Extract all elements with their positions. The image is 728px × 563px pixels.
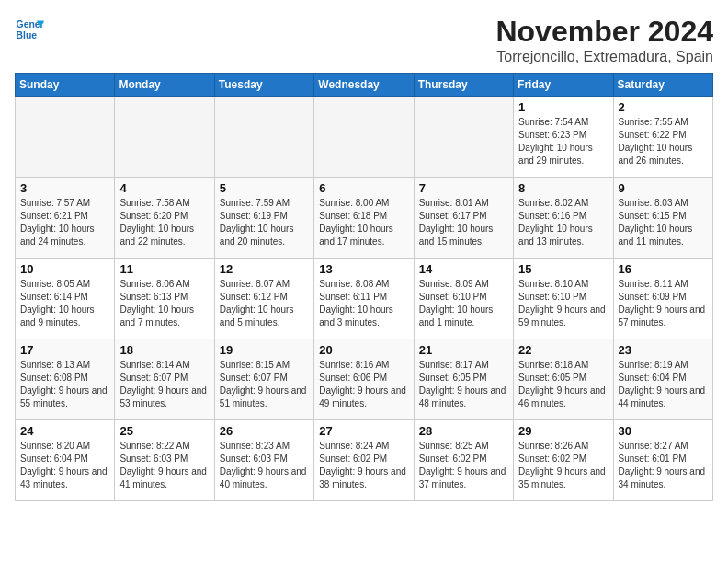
day-number: 9: [619, 181, 708, 195]
calendar-week-5: 24Sunrise: 8:20 AM Sunset: 6:04 PM Dayli…: [16, 420, 713, 501]
calendar-cell: 5Sunrise: 7:59 AM Sunset: 6:19 PM Daylig…: [214, 178, 313, 259]
calendar-cell: 22Sunrise: 8:18 AM Sunset: 6:05 PM Dayli…: [514, 339, 613, 420]
day-info: Sunrise: 8:13 AM Sunset: 6:08 PM Dayligh…: [20, 359, 109, 410]
calendar-cell: 6Sunrise: 8:00 AM Sunset: 6:18 PM Daylig…: [314, 178, 414, 259]
calendar-cell: 25Sunrise: 8:22 AM Sunset: 6:03 PM Dayli…: [115, 420, 214, 501]
day-info: Sunrise: 8:27 AM Sunset: 6:01 PM Dayligh…: [619, 440, 708, 491]
calendar-cell: 17Sunrise: 8:13 AM Sunset: 6:08 PM Dayli…: [16, 339, 115, 420]
calendar-cell: 4Sunrise: 7:58 AM Sunset: 6:20 PM Daylig…: [115, 178, 214, 259]
logo-icon: General Blue: [15, 15, 44, 44]
calendar-table: SundayMondayTuesdayWednesdayThursdayFrid…: [15, 73, 713, 501]
day-number: 5: [220, 181, 309, 195]
day-number: 29: [518, 424, 608, 438]
day-number: 22: [518, 343, 608, 357]
day-info: Sunrise: 8:06 AM Sunset: 6:13 PM Dayligh…: [119, 278, 209, 329]
calendar-cell: [214, 97, 313, 178]
day-number: 1: [518, 100, 608, 114]
logo: General Blue: [15, 15, 44, 44]
calendar-cell: [115, 97, 214, 178]
day-number: 6: [319, 181, 408, 195]
day-number: 19: [220, 343, 309, 357]
calendar-header-wednesday: Wednesday: [314, 74, 414, 97]
calendar-header-row: SundayMondayTuesdayWednesdayThursdayFrid…: [16, 74, 713, 97]
day-info: Sunrise: 8:26 AM Sunset: 6:02 PM Dayligh…: [518, 440, 608, 491]
calendar-header-friday: Friday: [514, 74, 613, 97]
location-title: Torrejoncillo, Extremadura, Spain: [495, 49, 713, 65]
month-title: November 2024: [495, 15, 713, 49]
day-info: Sunrise: 8:24 AM Sunset: 6:02 PM Dayligh…: [319, 440, 408, 491]
day-number: 25: [119, 424, 209, 438]
day-info: Sunrise: 8:23 AM Sunset: 6:03 PM Dayligh…: [220, 440, 309, 491]
day-number: 11: [119, 262, 209, 276]
day-info: Sunrise: 8:15 AM Sunset: 6:07 PM Dayligh…: [220, 359, 309, 410]
day-number: 28: [419, 424, 508, 438]
day-number: 12: [220, 262, 309, 276]
day-number: 26: [220, 424, 309, 438]
calendar-header-thursday: Thursday: [414, 74, 513, 97]
day-info: Sunrise: 8:00 AM Sunset: 6:18 PM Dayligh…: [319, 197, 408, 248]
calendar-cell: 9Sunrise: 8:03 AM Sunset: 6:15 PM Daylig…: [613, 178, 712, 259]
calendar-cell: 29Sunrise: 8:26 AM Sunset: 6:02 PM Dayli…: [514, 420, 613, 501]
day-info: Sunrise: 7:55 AM Sunset: 6:22 PM Dayligh…: [619, 116, 708, 167]
day-number: 15: [518, 262, 608, 276]
day-info: Sunrise: 8:22 AM Sunset: 6:03 PM Dayligh…: [119, 440, 209, 491]
day-info: Sunrise: 8:11 AM Sunset: 6:09 PM Dayligh…: [619, 278, 708, 329]
calendar-week-1: 1Sunrise: 7:54 AM Sunset: 6:23 PM Daylig…: [16, 97, 713, 178]
day-number: 13: [319, 262, 408, 276]
calendar-cell: 11Sunrise: 8:06 AM Sunset: 6:13 PM Dayli…: [115, 259, 214, 339]
day-number: 2: [619, 100, 708, 114]
calendar-cell: 14Sunrise: 8:09 AM Sunset: 6:10 PM Dayli…: [414, 259, 513, 339]
day-info: Sunrise: 7:54 AM Sunset: 6:23 PM Dayligh…: [518, 116, 608, 167]
calendar-week-2: 3Sunrise: 7:57 AM Sunset: 6:21 PM Daylig…: [16, 178, 713, 259]
calendar-cell: 24Sunrise: 8:20 AM Sunset: 6:04 PM Dayli…: [16, 420, 115, 501]
calendar-cell: 20Sunrise: 8:16 AM Sunset: 6:06 PM Dayli…: [314, 339, 414, 420]
page-header: General Blue November 2024 Torrejoncillo…: [15, 15, 713, 65]
calendar-cell: 13Sunrise: 8:08 AM Sunset: 6:11 PM Dayli…: [314, 259, 414, 339]
calendar-cell: 30Sunrise: 8:27 AM Sunset: 6:01 PM Dayli…: [613, 420, 712, 501]
day-number: 20: [319, 343, 408, 357]
calendar-cell: 2Sunrise: 7:55 AM Sunset: 6:22 PM Daylig…: [613, 97, 712, 178]
calendar-cell: 10Sunrise: 8:05 AM Sunset: 6:14 PM Dayli…: [16, 259, 115, 339]
calendar-cell: [314, 97, 414, 178]
day-info: Sunrise: 8:25 AM Sunset: 6:02 PM Dayligh…: [419, 440, 508, 491]
day-number: 17: [20, 343, 109, 357]
day-info: Sunrise: 7:57 AM Sunset: 6:21 PM Dayligh…: [20, 197, 109, 248]
day-number: 7: [419, 181, 508, 195]
day-info: Sunrise: 8:18 AM Sunset: 6:05 PM Dayligh…: [518, 359, 608, 410]
day-number: 18: [119, 343, 209, 357]
day-number: 23: [619, 343, 708, 357]
day-info: Sunrise: 8:05 AM Sunset: 6:14 PM Dayligh…: [20, 278, 109, 329]
day-info: Sunrise: 8:02 AM Sunset: 6:16 PM Dayligh…: [518, 197, 608, 248]
calendar-cell: 16Sunrise: 8:11 AM Sunset: 6:09 PM Dayli…: [613, 259, 712, 339]
day-number: 14: [419, 262, 508, 276]
day-number: 4: [119, 181, 209, 195]
day-info: Sunrise: 8:01 AM Sunset: 6:17 PM Dayligh…: [419, 197, 508, 248]
day-number: 24: [20, 424, 109, 438]
calendar-cell: 21Sunrise: 8:17 AM Sunset: 6:05 PM Dayli…: [414, 339, 513, 420]
calendar-header-monday: Monday: [115, 74, 214, 97]
day-number: 30: [619, 424, 708, 438]
day-info: Sunrise: 8:10 AM Sunset: 6:10 PM Dayligh…: [518, 278, 608, 329]
calendar-header-saturday: Saturday: [613, 74, 712, 97]
day-info: Sunrise: 8:20 AM Sunset: 6:04 PM Dayligh…: [20, 440, 109, 491]
calendar-header-tuesday: Tuesday: [214, 74, 313, 97]
calendar-week-4: 17Sunrise: 8:13 AM Sunset: 6:08 PM Dayli…: [16, 339, 713, 420]
day-info: Sunrise: 7:59 AM Sunset: 6:19 PM Dayligh…: [220, 197, 309, 248]
calendar-cell: [16, 97, 115, 178]
day-info: Sunrise: 8:19 AM Sunset: 6:04 PM Dayligh…: [619, 359, 708, 410]
calendar-cell: 27Sunrise: 8:24 AM Sunset: 6:02 PM Dayli…: [314, 420, 414, 501]
day-info: Sunrise: 8:03 AM Sunset: 6:15 PM Dayligh…: [619, 197, 708, 248]
day-number: 16: [619, 262, 708, 276]
day-number: 10: [20, 262, 109, 276]
title-block: November 2024 Torrejoncillo, Extremadura…: [495, 15, 713, 65]
calendar-cell: 19Sunrise: 8:15 AM Sunset: 6:07 PM Dayli…: [214, 339, 313, 420]
calendar-cell: 12Sunrise: 8:07 AM Sunset: 6:12 PM Dayli…: [214, 259, 313, 339]
day-number: 21: [419, 343, 508, 357]
day-number: 3: [20, 181, 109, 195]
calendar-week-3: 10Sunrise: 8:05 AM Sunset: 6:14 PM Dayli…: [16, 259, 713, 339]
day-number: 8: [518, 181, 608, 195]
calendar-cell: 3Sunrise: 7:57 AM Sunset: 6:21 PM Daylig…: [16, 178, 115, 259]
day-info: Sunrise: 8:09 AM Sunset: 6:10 PM Dayligh…: [419, 278, 508, 329]
day-number: 27: [319, 424, 408, 438]
day-info: Sunrise: 8:17 AM Sunset: 6:05 PM Dayligh…: [419, 359, 508, 410]
